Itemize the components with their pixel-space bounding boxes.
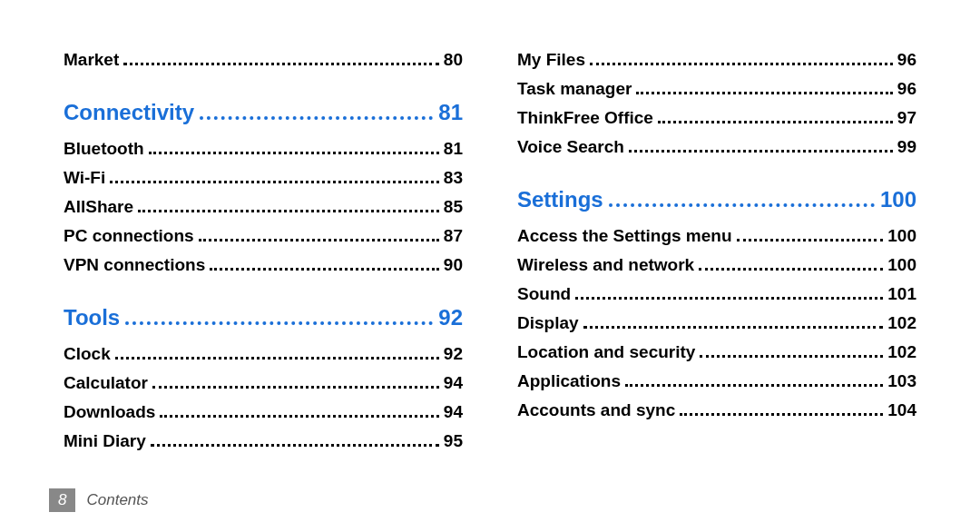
leader-dots xyxy=(590,63,893,65)
leader-dots xyxy=(160,415,439,418)
leader-dots xyxy=(737,239,884,241)
toc-entry[interactable]: ThinkFree Office97 xyxy=(517,108,916,128)
toc-entry[interactable]: Downloads94 xyxy=(64,402,463,422)
toc-entry-page: 99 xyxy=(897,137,916,157)
leader-dots xyxy=(700,355,883,358)
toc-entry-page: 102 xyxy=(887,342,916,362)
toc-entry[interactable]: Mini Diary95 xyxy=(64,431,463,451)
toc-entry-page: 83 xyxy=(444,168,463,188)
toc-entry[interactable]: VPN connections90 xyxy=(64,255,463,275)
toc-columns: Market80Connectivity81Bluetooth81Wi-Fi83… xyxy=(64,45,916,456)
toc-entry-page: 95 xyxy=(444,431,463,451)
toc-entry-label: Display xyxy=(517,313,579,333)
toc-entry-page: 94 xyxy=(444,373,463,393)
toc-section-heading[interactable]: Tools92 xyxy=(64,305,463,330)
page-number: 8 xyxy=(49,488,75,512)
toc-right-column: My Files96Task manager96ThinkFree Office… xyxy=(517,45,916,456)
toc-section-page: 92 xyxy=(438,305,463,330)
toc-entry[interactable]: Bluetooth81 xyxy=(64,139,463,159)
toc-entry-label: Calculator xyxy=(64,373,148,393)
toc-entry[interactable]: Clock92 xyxy=(64,344,463,364)
toc-entry[interactable]: Applications103 xyxy=(517,371,916,391)
toc-entry-page: 101 xyxy=(887,284,916,304)
toc-entry[interactable]: My Files96 xyxy=(517,50,916,70)
toc-entry[interactable]: AllShare85 xyxy=(64,197,463,217)
toc-entry[interactable]: Calculator94 xyxy=(64,373,463,393)
toc-section-page: 100 xyxy=(880,187,916,212)
leader-dots xyxy=(609,203,875,207)
leader-dots xyxy=(583,326,884,329)
toc-entry-label: Task manager xyxy=(517,79,632,99)
toc-entry[interactable]: Display102 xyxy=(517,313,916,333)
toc-section-title: Connectivity xyxy=(64,100,194,125)
toc-entry-page: 87 xyxy=(444,226,463,246)
leader-dots xyxy=(625,384,883,387)
toc-entry-label: Access the Settings menu xyxy=(517,226,732,246)
toc-entry-label: Applications xyxy=(517,371,621,391)
leader-dots xyxy=(200,116,433,120)
leader-dots xyxy=(636,92,892,94)
toc-section-title: Settings xyxy=(517,187,603,212)
leader-dots xyxy=(149,152,439,154)
leader-dots xyxy=(210,268,439,271)
toc-entry-label: Market xyxy=(64,50,119,70)
toc-entry-page: 81 xyxy=(444,139,463,159)
toc-entry[interactable]: Market80 xyxy=(64,50,463,70)
toc-left-column: Market80Connectivity81Bluetooth81Wi-Fi83… xyxy=(64,45,463,456)
toc-section-title: Tools xyxy=(64,305,120,330)
leader-dots xyxy=(123,63,439,65)
toc-entry[interactable]: Accounts and sync104 xyxy=(517,400,916,420)
toc-entry-label: ThinkFree Office xyxy=(517,108,653,128)
leader-dots xyxy=(658,121,893,123)
leader-dots xyxy=(125,321,433,325)
leader-dots xyxy=(199,239,439,241)
toc-entry-page: 102 xyxy=(887,313,916,333)
toc-entry-page: 96 xyxy=(897,50,916,70)
toc-entry-label: Mini Diary xyxy=(64,431,146,451)
toc-entry-label: AllShare xyxy=(64,197,133,217)
toc-entry-page: 90 xyxy=(444,255,463,275)
toc-entry[interactable]: Wireless and network100 xyxy=(517,255,916,275)
leader-dots xyxy=(110,181,439,183)
toc-entry-page: 103 xyxy=(887,371,916,391)
toc-entry-label: Sound xyxy=(517,284,571,304)
leader-dots xyxy=(138,210,439,212)
toc-entry[interactable]: Sound101 xyxy=(517,284,916,304)
toc-entry-page: 94 xyxy=(444,402,463,422)
toc-entry-label: Accounts and sync xyxy=(517,400,675,420)
leader-dots xyxy=(115,357,439,360)
footer-label: Contents xyxy=(86,491,148,509)
leader-dots xyxy=(151,444,439,447)
toc-section-heading[interactable]: Settings100 xyxy=(517,187,916,212)
toc-entry-page: 100 xyxy=(887,255,916,275)
toc-entry-label: Wi-Fi xyxy=(64,168,105,188)
toc-entry[interactable]: Voice Search99 xyxy=(517,137,916,157)
toc-entry-page: 92 xyxy=(444,344,463,364)
leader-dots xyxy=(699,268,883,271)
toc-entry-page: 80 xyxy=(444,50,463,70)
toc-entry-label: My Files xyxy=(517,50,585,70)
toc-entry-page: 85 xyxy=(444,197,463,217)
toc-entry-label: Downloads xyxy=(64,402,155,422)
leader-dots xyxy=(629,150,893,153)
toc-entry-label: PC connections xyxy=(64,226,194,246)
toc-entry-page: 96 xyxy=(897,79,916,99)
leader-dots xyxy=(575,297,883,300)
page-footer: 8 Contents xyxy=(49,488,149,512)
toc-entry-label: VPN connections xyxy=(64,255,205,275)
toc-entry[interactable]: Task manager96 xyxy=(517,79,916,99)
toc-entry-label: Bluetooth xyxy=(64,139,144,159)
toc-entry[interactable]: Wi-Fi83 xyxy=(64,168,463,188)
leader-dots xyxy=(680,413,883,416)
toc-entry[interactable]: Location and security102 xyxy=(517,342,916,362)
toc-entry-label: Wireless and network xyxy=(517,255,694,275)
toc-entry[interactable]: PC connections87 xyxy=(64,226,463,246)
toc-entry[interactable]: Access the Settings menu100 xyxy=(517,226,916,246)
toc-entry-label: Location and security xyxy=(517,342,695,362)
toc-entry-page: 97 xyxy=(897,108,916,128)
leader-dots xyxy=(152,386,439,389)
toc-section-page: 81 xyxy=(438,100,463,125)
toc-entry-page: 104 xyxy=(887,400,916,420)
toc-entry-label: Clock xyxy=(64,344,111,364)
toc-section-heading[interactable]: Connectivity81 xyxy=(64,100,463,125)
